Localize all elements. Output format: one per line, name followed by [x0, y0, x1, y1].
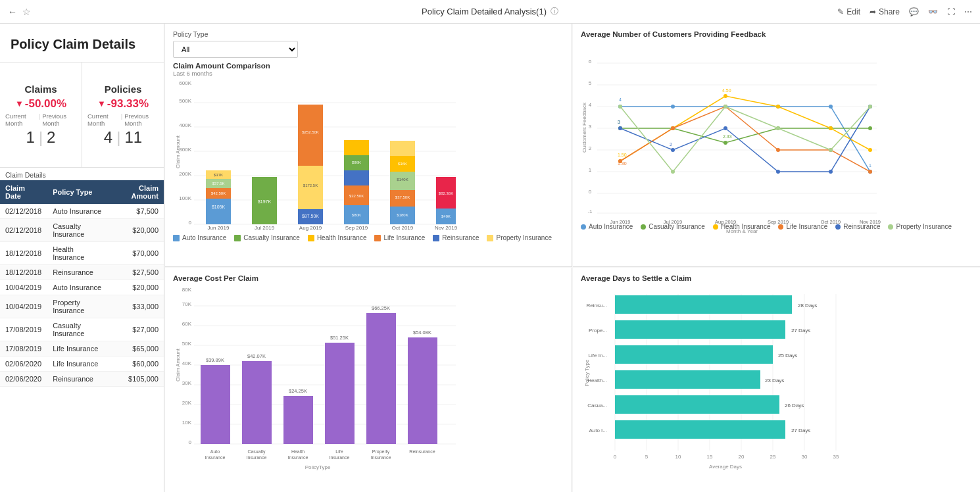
svg-rect-26 [298, 166, 323, 209]
policies-label: Policies [105, 84, 142, 95]
svg-text:20: 20 [739, 454, 745, 460]
svg-text:23 Days: 23 Days [765, 378, 784, 383]
svg-text:Claim Amount: Claim Amount [175, 135, 181, 168]
svg-point-114 [618, 105, 622, 109]
table-header-row: Claim Date Policy Type Claim Amount [0, 180, 164, 204]
policies-metric: Policies ▼ -93.33% Current Month | Previ… [82, 62, 164, 167]
info-icon: ⓘ [551, 6, 558, 17]
svg-text:10K: 10K [182, 420, 192, 426]
svg-text:80K: 80K [182, 287, 192, 293]
svg-text:1: 1 [589, 167, 592, 173]
svg-text:1: 1 [869, 163, 871, 168]
svg-rect-153 [366, 313, 396, 444]
svg-rect-202 [615, 420, 785, 439]
svg-rect-38 [344, 140, 369, 155]
avg-days-chart: 0 5 10 15 20 25 30 35 Average Days Polic… [581, 287, 883, 465]
svg-rect-155 [408, 337, 437, 444]
filter-section: Policy Type All Auto Insurance Casualty … [173, 30, 318, 58]
svg-text:$82.36K: $82.36K [439, 191, 453, 195]
claims-label: Claims [24, 84, 57, 95]
star-icon[interactable]: ☆ [22, 7, 31, 17]
svg-text:Insurance: Insurance [371, 455, 391, 460]
top-middle-panel: Policy Type All Auto Insurance Casualty … [165, 24, 572, 267]
claim-details-section: Claim Details Claim Date Policy Type Cla… [0, 168, 164, 492]
svg-text:Average Days: Average Days [709, 464, 742, 470]
svg-text:$37K: $37K [214, 173, 223, 177]
svg-point-100 [671, 126, 675, 130]
svg-text:100K: 100K [179, 195, 191, 201]
auto-color [173, 235, 180, 241]
svg-text:1.30: 1.30 [618, 161, 627, 166]
metrics-row: Claims ▼ -50.00% Current Month | Previou… [0, 62, 164, 168]
svg-point-102 [776, 148, 780, 152]
page-title: Policy Claim Detailed Analysis(1) [422, 7, 547, 16]
svg-rect-187 [615, 295, 792, 314]
view-button[interactable]: 👓 [928, 7, 938, 16]
legend-fb-casualty: Casualty Insurance [641, 223, 705, 230]
svg-rect-199 [615, 395, 779, 414]
topbar: ← ☆ Policy Claim Detailed Analysis(1) ⓘ … [0, 0, 980, 24]
svg-text:50K: 50K [182, 341, 192, 347]
svg-text:26 Days: 26 Days [785, 403, 804, 408]
svg-text:0: 0 [189, 439, 192, 445]
sidebar-title-section: Policy Claim Details [0, 24, 164, 62]
svg-text:5: 5 [589, 80, 592, 86]
svg-text:300K: 300K [179, 147, 191, 153]
svg-point-108 [723, 126, 727, 130]
svg-point-79 [829, 105, 833, 109]
comment-button[interactable]: 💬 [909, 7, 919, 16]
svg-text:200K: 200K [179, 171, 191, 177]
svg-text:Aug 2019: Aug 2019 [299, 225, 322, 231]
svg-text:Reinsu...: Reinsu... [586, 303, 607, 308]
filter-label: Policy Type [173, 30, 318, 38]
svg-point-93 [723, 94, 727, 98]
svg-rect-151 [325, 343, 355, 444]
svg-text:Customers Feedback: Customers Feedback [581, 102, 587, 153]
svg-text:Life: Life [335, 449, 343, 454]
svg-text:30K: 30K [182, 380, 192, 386]
table-row: 17/08/2019Life Insurance$65,000 [0, 341, 164, 357]
svg-point-106 [618, 126, 622, 130]
share-button[interactable]: ➦ Share [870, 7, 900, 16]
casualty-color [234, 235, 241, 241]
table-row: 17/08/2019Casualty Insurance$27,000 [0, 318, 164, 341]
legend-life: Life Insurance [374, 234, 425, 241]
claim-comparison-section: Claim Amount Comparison Last 6 months 0 … [173, 62, 564, 260]
svg-text:35: 35 [833, 454, 839, 460]
claims-values: 1 | 2 [26, 128, 56, 147]
property-color [487, 235, 493, 241]
svg-text:Auto: Auto [210, 449, 220, 454]
svg-point-96 [868, 148, 872, 152]
svg-text:$252.50K: $252.50K [302, 130, 319, 134]
edit-button[interactable]: ✎ Edit [837, 7, 860, 16]
policy-type-select[interactable]: All Auto Insurance Casualty Insurance He… [173, 41, 298, 58]
svg-point-94 [776, 105, 780, 109]
svg-point-116 [723, 105, 727, 109]
svg-point-85 [723, 141, 727, 145]
svg-rect-147 [242, 361, 272, 444]
svg-point-107 [671, 148, 675, 152]
claims-arrow: ▼ [15, 99, 24, 109]
expand-button[interactable]: ⛶ [947, 7, 955, 16]
sidebar-title: Policy Claim Details [11, 36, 153, 53]
svg-text:4.50: 4.50 [722, 88, 731, 93]
legend-fb-life: Life Insurance [778, 223, 827, 230]
more-button[interactable]: ⋯ [964, 7, 972, 16]
svg-text:$80K: $80K [352, 213, 361, 217]
svg-text:60K: 60K [182, 321, 192, 327]
svg-text:Reinsurance: Reinsurance [409, 449, 435, 454]
policies-values: 4 | 11 [104, 128, 142, 147]
svg-rect-145 [201, 365, 230, 444]
svg-text:$54.08K: $54.08K [413, 330, 431, 335]
svg-text:4: 4 [619, 97, 622, 102]
svg-text:Jul 2019: Jul 2019 [255, 225, 275, 231]
svg-text:1.50: 1.50 [618, 153, 627, 157]
claim-comparison-title: Claim Amount Comparison [173, 62, 564, 70]
svg-text:Life In...: Life In... [589, 353, 607, 358]
svg-text:$140K: $140K [397, 178, 408, 182]
svg-text:$49K: $49K [441, 214, 451, 218]
back-button[interactable]: ← [8, 7, 17, 17]
svg-text:20K: 20K [182, 400, 192, 406]
svg-text:PolicyType: PolicyType [305, 464, 331, 470]
svg-text:30: 30 [802, 454, 808, 460]
